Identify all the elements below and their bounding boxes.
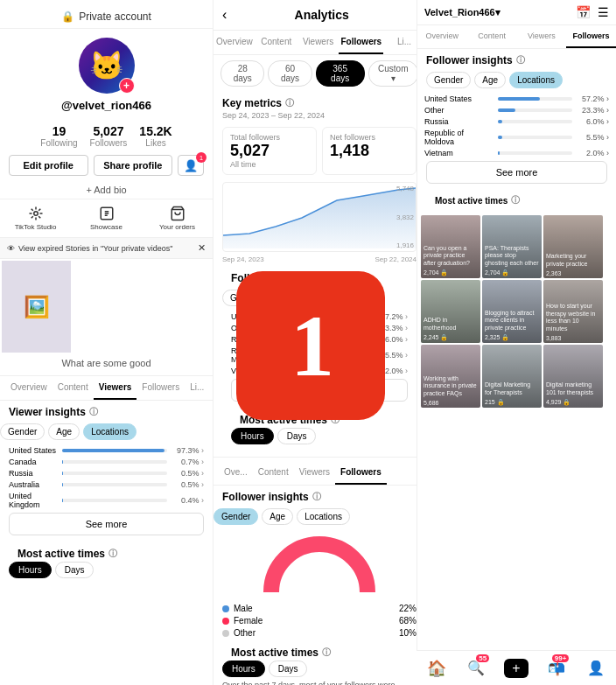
tab-content[interactable]: Content bbox=[256, 31, 298, 54]
tab-followers-vi[interactable]: Followers bbox=[136, 376, 185, 400]
tab-overview-vi[interactable]: Overview bbox=[5, 376, 52, 400]
vg-cell-1[interactable]: Can you open a private practice after gr… bbox=[421, 215, 480, 278]
metrics-row: Total followers 5,027 All time Net follo… bbox=[214, 123, 425, 178]
vg-cell-5[interactable]: Blogging to attract more clients in priv… bbox=[482, 280, 542, 343]
private-account-label: 🔒 Private account bbox=[61, 10, 151, 23]
analytics-hours-days: Hours Days bbox=[231, 428, 408, 444]
showcase-menu[interactable]: Showcase bbox=[71, 199, 142, 237]
fp-bars: United States 57.2% › Other 23.3% › Russ… bbox=[417, 94, 616, 157]
vi-days-tab[interactable]: Days bbox=[55, 562, 94, 578]
tab-followers[interactable]: Followers bbox=[339, 31, 383, 54]
fg-followers-tab[interactable]: Followers bbox=[335, 461, 387, 485]
info-icon-fp-fi: ⓘ bbox=[516, 54, 525, 66]
add-friend-button[interactable]: 👤 1 bbox=[178, 155, 204, 176]
fg-viewers-tab[interactable]: Viewers bbox=[294, 461, 335, 485]
vi-bars: United States 97.3% › Canada 0.7% › Russ… bbox=[0, 446, 213, 509]
chart-x-labels: Sep 24, 2023 Sep 22, 2024 bbox=[214, 255, 425, 263]
fp-gender-tab[interactable]: Gender bbox=[426, 72, 471, 88]
fp-tab-viewers[interactable]: Viewers bbox=[517, 25, 567, 48]
vi-gender-tab[interactable]: Gender bbox=[0, 423, 45, 440]
fp-menu-icon[interactable]: ☰ bbox=[598, 5, 609, 19]
vg-cell-9[interactable]: Digital marketing 101 for therapists 4,9… bbox=[543, 345, 603, 408]
tab-viewers-vi[interactable]: Viewers bbox=[94, 376, 137, 400]
avatar-plus-button[interactable]: + bbox=[119, 78, 135, 94]
fp-see-more-button[interactable]: See more bbox=[426, 161, 607, 184]
date-365-button[interactable]: 365 days bbox=[316, 60, 365, 87]
fg-hours-tab[interactable]: Hours bbox=[222, 661, 265, 677]
add-bio-link[interactable]: + Add bio bbox=[0, 181, 213, 199]
analytics-days-tab[interactable]: Days bbox=[277, 428, 317, 444]
date-60-button[interactable]: 60 days bbox=[268, 60, 312, 87]
fp-tab-overview[interactable]: Overview bbox=[417, 25, 467, 48]
fp-calendar-icon[interactable]: 📅 bbox=[576, 5, 591, 19]
grid-item-1[interactable]: 🖼️ bbox=[2, 261, 71, 353]
bottom-nav: 🏠 🔍 55 + 📬 99+ 👤 bbox=[416, 650, 616, 685]
viewer-insights-section: Overview Content Viewers Followers Li...… bbox=[0, 375, 213, 582]
tab-viewers[interactable]: Viewers bbox=[298, 31, 340, 54]
vi-bar-us: United States 97.3% › bbox=[9, 446, 204, 455]
orders-menu[interactable]: Your orders bbox=[142, 199, 213, 237]
info-icon-fp-ma: ⓘ bbox=[511, 194, 520, 206]
tab-content-vi[interactable]: Content bbox=[52, 376, 94, 400]
vg-cell-2[interactable]: PSA: Therapists please stop ghosting eac… bbox=[482, 215, 542, 278]
vi-hours-tab[interactable]: Hours bbox=[9, 562, 52, 578]
tab-li-vi[interactable]: Li... bbox=[185, 376, 209, 400]
analytics-tab-bar: Overview Content Viewers Followers Li... bbox=[214, 31, 425, 55]
nav-home-button[interactable]: 🏠 bbox=[416, 651, 457, 685]
nav-search-button[interactable]: 🔍 55 bbox=[457, 651, 497, 685]
tiktok-studio-menu[interactable]: TikTok Studio bbox=[0, 199, 71, 237]
nav-profile-button[interactable]: 👤 bbox=[576, 651, 616, 685]
profile-icon-nav: 👤 bbox=[587, 660, 605, 676]
vi-age-tab[interactable]: Age bbox=[48, 423, 80, 440]
profile-center: 🐱 + @velvet_rion466 bbox=[0, 29, 213, 117]
fp-username[interactable]: Velvet_Rion466▾ bbox=[424, 7, 500, 18]
legend-female: Female 68% bbox=[222, 616, 416, 626]
edit-profile-button[interactable]: Edit profile bbox=[9, 155, 88, 176]
fp-most-active: Most active times ⓘ bbox=[417, 187, 616, 212]
vi-hours-days-tabs: Hours Days bbox=[9, 562, 204, 578]
vg-cell-6[interactable]: How to start your therapy website in les… bbox=[543, 280, 603, 343]
vi-see-more-button[interactable]: See more bbox=[9, 513, 204, 535]
fp-age-tab[interactable]: Age bbox=[474, 72, 506, 88]
tab-overview[interactable]: Overview bbox=[214, 31, 256, 54]
tiktok-studio-label: TikTok Studio bbox=[15, 223, 57, 231]
vg-cell-3[interactable]: Marketing your private practice 2,363 bbox=[543, 215, 603, 278]
fg-fi-tabs: Gender Age Locations bbox=[214, 505, 425, 528]
vi-bar-ca: Canada 0.7% › bbox=[9, 458, 204, 466]
lock-icon: 🔒 bbox=[61, 10, 74, 23]
nav-inbox-button[interactable]: 📬 99+ bbox=[536, 651, 577, 685]
vi-bar-uk: United Kingdom 0.4% › bbox=[9, 492, 204, 509]
fp-tab-content[interactable]: Content bbox=[467, 25, 517, 48]
svg-marker-3 bbox=[223, 188, 416, 248]
story-close-icon[interactable]: ✕ bbox=[198, 242, 206, 254]
vi-locations-tab[interactable]: Locations bbox=[83, 423, 136, 440]
follower-gender-section: Ove... Content Viewers Followers Followe… bbox=[214, 457, 425, 685]
other-dot bbox=[222, 630, 229, 637]
stat-likes: 15.2K Likes bbox=[139, 124, 172, 148]
fp-locations-tab[interactable]: Locations bbox=[509, 72, 563, 88]
fg-overview-tab[interactable]: Ove... bbox=[219, 461, 253, 485]
showcase-label: Showcase bbox=[90, 223, 122, 231]
vg-cell-4[interactable]: ADHD in motherhood 2,245 🔒 bbox=[421, 280, 480, 343]
username: @velvet_rion466 bbox=[61, 99, 151, 112]
nav-add-button[interactable]: + bbox=[496, 651, 536, 685]
fg-gender-tab[interactable]: Gender bbox=[214, 508, 258, 525]
fg-content-tab[interactable]: Content bbox=[253, 461, 294, 485]
fp-bar-us: United States 57.2% › bbox=[424, 94, 609, 103]
share-profile-button[interactable]: Share profile bbox=[94, 155, 173, 176]
fg-days-tab[interactable]: Days bbox=[269, 661, 308, 677]
vg-cell-8[interactable]: Digital Marketing for Therapists 215 🔒 bbox=[482, 345, 542, 408]
fg-locations-tab[interactable]: Locations bbox=[297, 508, 350, 525]
number-overlay: 1 bbox=[236, 271, 385, 420]
avatar-wrap: 🐱 + bbox=[79, 38, 135, 94]
fp-tab-followers[interactable]: Followers bbox=[566, 25, 616, 48]
legend-other: Other 10% bbox=[222, 628, 416, 638]
date-28-button[interactable]: 28 days bbox=[220, 60, 264, 87]
fg-age-tab[interactable]: Age bbox=[262, 508, 293, 525]
fp-bar-md: Republic of Moldova 5.5% › bbox=[424, 129, 609, 146]
fg-most-active: Most active times ⓘ Hours Days Over the … bbox=[214, 638, 425, 685]
analytics-hours-tab[interactable]: Hours bbox=[231, 428, 274, 444]
fp-header: Velvet_Rion466▾ 📅 ☰ bbox=[417, 0, 616, 25]
date-custom-button[interactable]: Custom ▾ bbox=[368, 60, 418, 87]
vg-cell-7[interactable]: Working with insurance in private practi… bbox=[421, 345, 480, 408]
